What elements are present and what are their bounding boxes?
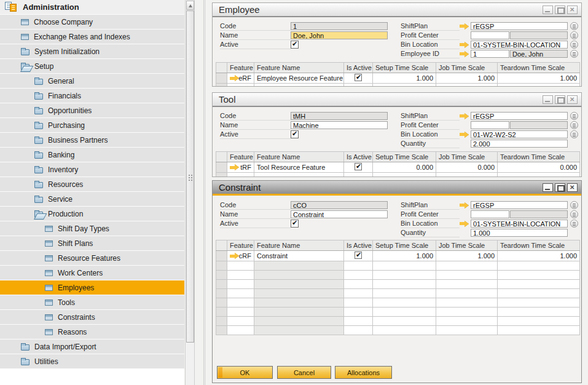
employee-profit-center-field[interactable] <box>471 31 509 39</box>
employee-id-link-arrow-icon[interactable] <box>460 51 469 57</box>
sidebar-header-administration[interactable]: Administration <box>0 0 184 15</box>
feature-name-cell[interactable]: Tool Resource Feature <box>254 162 344 173</box>
bin-location-choose-from-list-icon[interactable] <box>570 41 578 49</box>
scroll-up-arrow-icon[interactable] <box>186 1 194 10</box>
constraint-profit-center-field[interactable] <box>471 210 509 218</box>
constraint-active-checkbox[interactable] <box>291 220 299 228</box>
constraint-code-field[interactable] <box>291 201 388 209</box>
row-selector[interactable] <box>216 73 227 84</box>
shiftplan-link-arrow-icon[interactable] <box>460 23 469 30</box>
sidebar-splitter[interactable] <box>203 0 205 385</box>
bin-location-choose-from-list-icon[interactable] <box>570 220 578 228</box>
minimize-icon[interactable] <box>543 6 553 14</box>
employee-id-choose-from-list-icon[interactable] <box>570 50 578 58</box>
close-icon[interactable] <box>567 6 578 14</box>
col-job-time-scale[interactable]: Job Time Scale <box>436 240 498 251</box>
is-active-cell[interactable] <box>344 251 373 261</box>
close-icon[interactable] <box>567 183 578 192</box>
col-is-active[interactable]: Is Active <box>344 152 373 162</box>
bin-location-link-arrow-icon[interactable] <box>460 132 469 138</box>
constraint-quantity-field[interactable] <box>471 229 568 237</box>
sidebar-item-resource-features[interactable]: Resource Features <box>0 251 184 266</box>
minimize-icon[interactable] <box>543 95 553 104</box>
job-time-cell[interactable]: 1.000 <box>436 73 498 84</box>
job-time-cell[interactable]: 0.000 <box>436 162 498 173</box>
col-feature-name[interactable]: Feature Name <box>254 240 344 251</box>
sidebar-item-production[interactable]: Production <box>0 207 184 221</box>
profit-center-choose-from-list-icon[interactable] <box>570 31 578 39</box>
is-active-checkbox[interactable] <box>355 163 362 170</box>
employee-shiftplan-field[interactable] <box>471 22 568 30</box>
bin-location-link-arrow-icon[interactable] <box>460 42 469 48</box>
sidebar-item-purchasing[interactable]: Purchasing <box>0 118 184 133</box>
col-feature[interactable]: Feature <box>227 63 254 73</box>
tool-bin-location-field[interactable] <box>471 130 568 138</box>
sidebar-item-choose-company[interactable]: Choose Company <box>0 15 184 30</box>
col-feature[interactable]: Feature <box>227 240 254 251</box>
col-teardown-time-scale[interactable]: Teardown Time Scale <box>498 152 580 162</box>
employee-window-titlebar[interactable]: Employee <box>213 3 581 17</box>
feature-name-cell[interactable]: Constraint <box>254 251 344 261</box>
close-icon[interactable] <box>567 95 578 104</box>
cancel-button[interactable]: Cancel <box>277 366 331 379</box>
sidebar-item-data-import-export[interactable]: Data Import/Export <box>0 339 184 354</box>
is-active-checkbox[interactable] <box>355 252 362 259</box>
col-setup-time-scale[interactable]: Setup Time Scale <box>373 63 436 73</box>
sidebar-item-opportunities[interactable]: Opportunities <box>0 103 184 118</box>
sidebar-item-employees[interactable]: Employees <box>0 280 184 295</box>
sidebar-item-shift-plans[interactable]: Shift Plans <box>0 236 184 251</box>
bin-location-choose-from-list-icon[interactable] <box>570 130 578 138</box>
feature-cell[interactable]: cRF <box>227 251 254 261</box>
tool-active-checkbox[interactable] <box>291 130 299 138</box>
teardown-time-cell[interactable]: 0.000 <box>498 162 580 173</box>
feature-name-cell[interactable]: Employee Resource Feature <box>254 73 344 84</box>
feature-link-arrow-icon[interactable] <box>230 164 238 170</box>
sidebar-item-financials[interactable]: Financials <box>0 89 184 103</box>
shiftplan-link-arrow-icon[interactable] <box>460 202 469 208</box>
col-feature-name[interactable]: Feature Name <box>254 63 344 73</box>
tool-shiftplan-field[interactable] <box>471 112 568 120</box>
sidebar-item-resources[interactable]: Resources <box>0 177 184 192</box>
job-time-cell[interactable]: 1.000 <box>436 251 498 261</box>
feature-link-arrow-icon[interactable] <box>230 253 237 259</box>
col-job-time-scale[interactable]: Job Time Scale <box>436 63 498 73</box>
teardown-time-cell[interactable]: 1.000 <box>498 251 580 261</box>
tool-window-titlebar[interactable]: Tool <box>213 93 581 107</box>
col-feature-name[interactable]: Feature Name <box>254 152 344 162</box>
is-active-checkbox[interactable] <box>355 74 362 81</box>
profit-center-choose-from-list-icon[interactable] <box>570 121 578 129</box>
employee-name-field[interactable] <box>291 31 388 39</box>
constraint-bin-location-field[interactable] <box>471 220 568 228</box>
maximize-icon[interactable] <box>555 183 565 192</box>
bin-location-link-arrow-icon[interactable] <box>460 221 469 227</box>
sidebar-item-reasons[interactable]: Reasons <box>0 325 184 339</box>
constraint-window-titlebar[interactable]: Constraint <box>213 181 581 196</box>
row-selector[interactable] <box>216 162 227 173</box>
constraint-name-field[interactable] <box>291 210 388 218</box>
sidebar-scrollbar[interactable] <box>185 0 195 385</box>
tool-quantity-field[interactable] <box>471 140 568 148</box>
maximize-icon[interactable] <box>555 6 565 14</box>
tool-name-field[interactable] <box>291 121 388 129</box>
setup-time-cell[interactable]: 1.000 <box>373 73 436 84</box>
sidebar-item-work-centers[interactable]: Work Centers <box>0 266 184 280</box>
setup-time-cell[interactable]: 1.000 <box>373 251 436 261</box>
sidebar-item-system-initialization[interactable]: System Initialization <box>0 44 184 59</box>
shiftplan-choose-from-list-icon[interactable] <box>570 22 578 30</box>
shiftplan-link-arrow-icon[interactable] <box>460 113 469 119</box>
shiftplan-choose-from-list-icon[interactable] <box>570 112 578 120</box>
row-selector[interactable] <box>216 251 227 261</box>
sidebar-item-exchange-rates[interactable]: Exchange Rates and Indexes <box>0 30 184 44</box>
col-teardown-time-scale[interactable]: Teardown Time Scale <box>498 240 580 251</box>
profit-center-choose-from-list-icon[interactable] <box>570 210 578 218</box>
employee-id-field[interactable] <box>471 50 509 58</box>
col-setup-time-scale[interactable]: Setup Time Scale <box>373 152 436 162</box>
feature-cell[interactable]: eRF <box>227 73 254 84</box>
sidebar-item-business-partners[interactable]: Business Partners <box>0 133 184 148</box>
is-active-cell[interactable] <box>344 73 373 84</box>
feature-link-arrow-icon[interactable] <box>230 75 236 81</box>
col-teardown-time-scale[interactable]: Teardown Time Scale <box>498 63 580 73</box>
col-setup-time-scale[interactable]: Setup Time Scale <box>373 240 436 251</box>
sidebar-item-utilities[interactable]: Utilities <box>0 354 184 369</box>
feature-cell[interactable]: tRF <box>227 162 254 173</box>
